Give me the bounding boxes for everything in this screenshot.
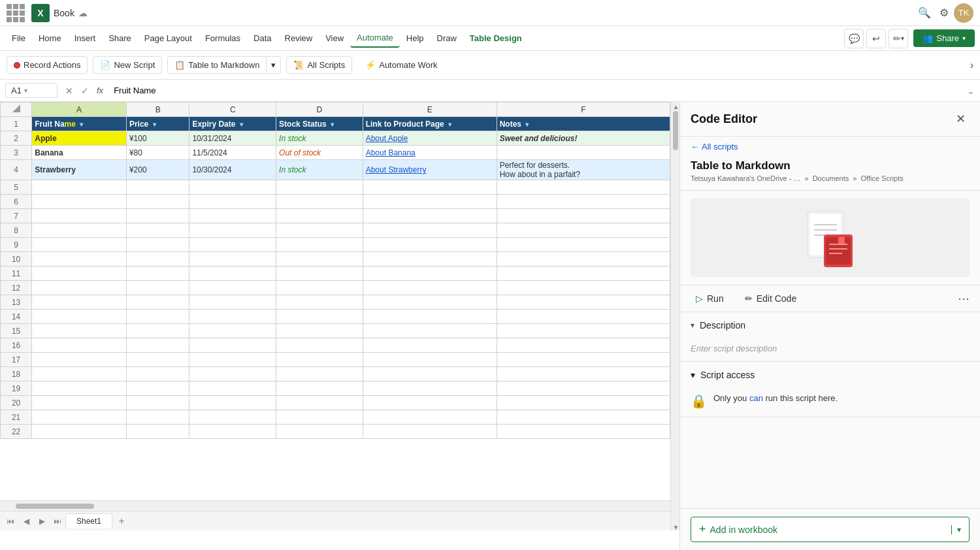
cell-e4[interactable]: About Strawberry	[363, 160, 497, 180]
menu-formulas[interactable]: Formulas	[199, 29, 247, 47]
filter-icon-b1[interactable]: ▾	[153, 121, 156, 128]
comment-icon-btn[interactable]: 💬	[844, 29, 864, 48]
waffle-icon[interactable]	[7, 4, 25, 22]
sheet-nav-next[interactable]: ▶	[34, 513, 50, 529]
cell-b3[interactable]: ¥80	[126, 146, 189, 160]
access-text: Only you can run this script here.	[713, 393, 838, 403]
horizontal-scrollbar[interactable]	[0, 500, 670, 511]
cell-b4[interactable]: ¥200	[126, 160, 189, 180]
scrollbar-down-btn[interactable]: ▼	[673, 524, 678, 529]
formula-input[interactable]	[111, 84, 962, 97]
script-access-chevron-icon: ▾	[691, 370, 695, 380]
filter-icon-c1[interactable]: ▾	[240, 121, 243, 128]
scrollbar-thumb[interactable]	[16, 504, 94, 509]
cancel-formula-button[interactable]: ✕	[63, 84, 76, 97]
cell-e3[interactable]: About Banana	[363, 146, 497, 160]
col-header-b[interactable]: B	[126, 103, 189, 117]
cell-a3[interactable]: Banana	[32, 146, 127, 160]
cell-b2[interactable]: ¥100	[126, 131, 189, 146]
menu-automate[interactable]: Automate	[350, 29, 400, 48]
add-sheet-button[interactable]: +	[114, 513, 129, 529]
cell-c1[interactable]: Expiry Date ▾	[189, 117, 276, 131]
cell-d4[interactable]: In stock	[276, 160, 363, 180]
record-actions-button[interactable]: Record Actions	[7, 56, 88, 74]
script-access-header[interactable]: ▾ Script access	[680, 362, 980, 388]
menu-share[interactable]: Share	[102, 29, 138, 47]
cell-reference-box[interactable]: A1 ▾	[5, 83, 57, 98]
toolbar-more-button[interactable]: ›	[970, 59, 973, 71]
cell-e2[interactable]: About Apple	[363, 131, 497, 146]
v-scrollbar-thumb[interactable]	[673, 111, 678, 150]
cell-b1[interactable]: Price ▾	[126, 117, 189, 131]
filter-icon-f1[interactable]: ▾	[525, 121, 529, 128]
menu-file[interactable]: File	[5, 29, 32, 47]
run-button[interactable]: ▷ Run	[691, 291, 729, 306]
close-panel-button[interactable]: ✕	[951, 110, 970, 128]
confirm-formula-button[interactable]: ✓	[78, 84, 91, 97]
vertical-scrollbar[interactable]: ▲ ▼	[670, 102, 679, 530]
filter-icon-d1[interactable]: ▾	[331, 121, 334, 128]
col-header-a[interactable]: A	[32, 103, 127, 117]
filter-icon-a1[interactable]: ▾	[80, 121, 83, 128]
menu-page-layout[interactable]: Page Layout	[138, 29, 199, 47]
add-workbook-dropdown-icon[interactable]: ▾	[951, 525, 961, 534]
cell-c4[interactable]: 10/30/2024	[189, 160, 276, 180]
col-header-c[interactable]: C	[189, 103, 276, 117]
history-icon-btn[interactable]: ↩	[866, 29, 886, 48]
cell-d3[interactable]: Out of stock	[276, 146, 363, 160]
script-path: Tetsuya Kawahara's OneDrive - … » Docume…	[691, 174, 970, 182]
menu-table-design[interactable]: Table Design	[463, 29, 529, 47]
cell-c3[interactable]: 11/5/2024	[189, 146, 276, 160]
cell-f4[interactable]: Perfect for desserts.How about in a parf…	[497, 160, 670, 180]
menu-view[interactable]: View	[319, 29, 350, 47]
table-row: 1 Fruit Name ▾ Price ▾ Expiry Date ▾ Sto…	[1, 117, 670, 131]
cell-e1[interactable]: Link to Product Page ▾	[363, 117, 497, 131]
cell-f3[interactable]	[497, 146, 670, 160]
menu-data[interactable]: Data	[247, 29, 278, 47]
menu-help[interactable]: Help	[400, 29, 431, 47]
all-scripts-back-button[interactable]: ← All scripts	[691, 142, 738, 152]
cell-d2[interactable]: In stock	[276, 131, 363, 146]
cell-f2[interactable]: Sweet and delicious!	[497, 131, 670, 146]
table-to-markdown-dropdown[interactable]: ▾	[267, 56, 281, 74]
edit-code-button[interactable]: ✏ Edit Code	[740, 291, 802, 306]
automate-toolbar: Record Actions 📄 New Script 📋 Table to M…	[0, 51, 980, 80]
automate-work-button[interactable]: ⚡ Automate Work	[357, 57, 445, 73]
edit-icon-btn[interactable]: ✏ ▾	[889, 29, 908, 48]
col-header-d[interactable]: D	[276, 103, 363, 117]
table-to-markdown-button[interactable]: 📋 Table to Markdown	[167, 56, 267, 74]
cell-a2[interactable]: Apple	[32, 131, 127, 146]
user-avatar[interactable]: TK	[954, 3, 973, 23]
script-access-section: ▾ Script access 🔒 Only you can run this …	[680, 362, 980, 417]
sheet-nav-last[interactable]: ⏭	[50, 513, 65, 529]
sheet-nav-first[interactable]: ⏮	[3, 513, 18, 529]
new-script-button[interactable]: 📄 New Script	[93, 56, 162, 74]
cell-c2[interactable]: 10/31/2024	[189, 131, 276, 146]
col-header-f[interactable]: F	[497, 103, 670, 117]
share-button[interactable]: 👥 Share ▾	[913, 29, 975, 47]
cell-a4[interactable]: Strawberry	[32, 160, 127, 180]
add-in-workbook-button[interactable]: + Add in workbook ▾	[691, 517, 970, 542]
menu-draw[interactable]: Draw	[431, 29, 463, 47]
menu-home[interactable]: Home	[32, 29, 68, 47]
description-section-header[interactable]: ▾ Description	[680, 312, 980, 338]
panel-header: Code Editor ✕	[680, 102, 980, 137]
panel-more-button[interactable]: ⋯	[958, 291, 970, 306]
table-row: 17	[1, 353, 670, 367]
expand-formula-button[interactable]: ⌄	[967, 86, 975, 96]
search-button[interactable]: 🔍	[915, 3, 934, 23]
menu-insert[interactable]: Insert	[68, 29, 103, 47]
sheet-tab-sheet1[interactable]: Sheet1	[65, 513, 112, 528]
col-header-e[interactable]: E	[363, 103, 497, 117]
cell-d1[interactable]: Stock Status ▾	[276, 117, 363, 131]
cell-f1[interactable]: Notes ▾	[497, 117, 670, 131]
settings-button[interactable]: ⚙	[934, 3, 954, 23]
menu-review[interactable]: Review	[278, 29, 319, 47]
all-scripts-button[interactable]: 📜 All Scripts	[286, 56, 352, 74]
scrollbar-up-btn[interactable]: ▲	[673, 103, 678, 108]
row-number: 4	[1, 160, 32, 180]
cell-a1[interactable]: Fruit Name ▾	[32, 117, 127, 131]
filter-icon-e1[interactable]: ▾	[448, 121, 451, 128]
table-row: 20	[1, 396, 670, 410]
sheet-nav-prev[interactable]: ◀	[18, 513, 34, 529]
